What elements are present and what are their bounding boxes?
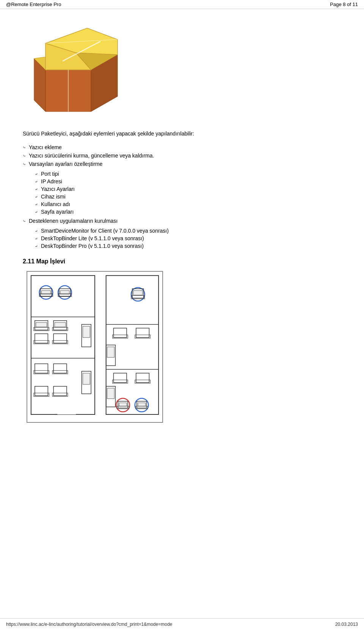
section-heading-map: 2.11 Map İşlevi — [23, 258, 341, 265]
svg-rect-59 — [107, 347, 115, 358]
sub-bullet-3: ⤶ — [35, 187, 38, 191]
bullet-item-varsayilan: ⤷ Varsayılan ayarları özelleştirme — [23, 161, 341, 167]
sub-item-port: ⤶ Port tipi — [35, 171, 341, 177]
bullet-icon-4: ⤷ — [23, 219, 26, 223]
svg-rect-26 — [36, 323, 47, 327]
app-sub-bullet-2: ⤶ — [35, 237, 38, 241]
svg-rect-36 — [83, 326, 90, 338]
footer-url: https://www.linc.ac/e-linc/authoring/tut… — [6, 622, 172, 627]
customize-sub-list: ⤶ Port tipi ⤶ IP Adresi ⤶ Yazıcı Ayarlar… — [35, 171, 341, 215]
sub-item-ip: ⤶ IP Adresi — [35, 178, 341, 184]
map-diagram — [27, 272, 162, 422]
sub-bullet-2: ⤶ — [35, 180, 38, 184]
page-info: Page 8 of 11 — [330, 2, 358, 7]
app-sub-bullet-1: ⤶ — [35, 229, 38, 233]
sub-bullet-6: ⤶ — [35, 210, 38, 214]
svg-rect-52 — [133, 291, 143, 295]
bullet-item-yazici-ekleme: ⤷ Yazıcı ekleme — [23, 144, 341, 150]
intro-text: Sürücü Paketleyici, aşağıdaki eylemleri … — [23, 131, 341, 137]
sub-bullet-5: ⤶ — [35, 203, 38, 206]
desteklenen-list: ⤷ Desteklenen uygulamaların kurulması — [23, 218, 341, 224]
footer-date: 20.03.2013 — [335, 622, 358, 627]
bullet-icon-3: ⤷ — [23, 162, 26, 166]
sub-item-sdm: ⤶ SmartDeviceMonitor for Client (v 7.0.0… — [35, 228, 341, 234]
svg-rect-68 — [119, 403, 127, 406]
sub-bullet-1: ⤶ — [35, 172, 38, 176]
box-icon — [30, 20, 136, 119]
svg-rect-65 — [107, 388, 115, 399]
box-image-container — [30, 20, 341, 119]
map-image — [27, 271, 163, 423]
svg-rect-72 — [138, 403, 146, 406]
app-sub-bullet-3: ⤶ — [35, 244, 38, 248]
bullet-item-surucu: ⤷ Yazıcı sürücülerini kurma, güncelleme … — [23, 153, 341, 159]
bullet-desteklenen: ⤷ Desteklenen uygulamaların kurulması — [23, 218, 341, 224]
main-content: Sürücü Paketleyici, aşağıdaki eylemleri … — [0, 9, 364, 446]
bullet-icon-1: ⤷ — [23, 145, 26, 150]
page-header: @Remote Enterprise Pro Page 8 of 11 — [0, 0, 364, 9]
sub-item-dtb-pro: ⤶ DeskTopBinder Pro (v 5.1.1.0 veya sonr… — [35, 243, 341, 249]
page-footer: https://www.linc.ac/e-linc/authoring/tut… — [0, 618, 364, 630]
app-name: @Remote Enterprise Pro — [6, 2, 61, 7]
sub-item-kullanici: ⤶ Kullanıcı adı — [35, 201, 341, 207]
svg-rect-46 — [83, 373, 90, 384]
bullet-icon-2: ⤷ — [23, 154, 26, 158]
svg-rect-29 — [55, 323, 66, 327]
sub-item-yazici-ayarlari: ⤶ Yazıcı Ayarları — [35, 186, 341, 192]
apps-sub-list: ⤶ SmartDeviceMonitor for Client (v 7.0.0… — [35, 228, 341, 249]
sub-item-dtb-lite: ⤶ DeskTopBinder Lite (v 5.1.1.0 veya son… — [35, 235, 341, 241]
sub-bullet-4: ⤶ — [35, 195, 38, 199]
main-bullet-list: ⤷ Yazıcı ekleme ⤷ Yazıcı sürücülerini ku… — [23, 144, 341, 167]
sub-item-sayfa: ⤶ Sayfa ayarları — [35, 209, 341, 215]
sub-item-cihaz: ⤶ Cihaz ismi — [35, 194, 341, 200]
svg-rect-47 — [57, 411, 76, 414]
